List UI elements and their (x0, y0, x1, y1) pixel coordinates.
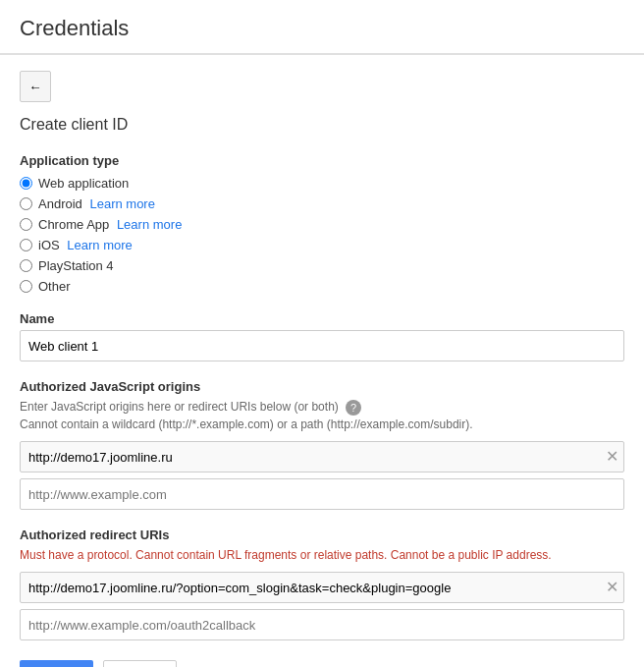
redirect-uris-input-wrapper: ✕ (20, 572, 624, 603)
redirect-uris-warning: Must have a protocol. Cannot contain URL… (20, 546, 624, 564)
radio-android[interactable]: Android Learn more (20, 196, 624, 211)
radio-web-application-label: Web application (38, 176, 129, 191)
name-label: Name (20, 311, 624, 326)
application-type-label: Application type (20, 153, 624, 168)
redirect-uris-new-input[interactable] (20, 609, 624, 640)
radio-other[interactable]: Other (20, 279, 624, 294)
radio-ios-label: iOS Learn more (38, 238, 133, 252)
radio-web-application-input[interactable] (20, 177, 32, 190)
js-origins-label: Authorized JavaScript origins (20, 379, 624, 394)
help-icon[interactable]: ? (346, 400, 361, 416)
main-content: ← Create client ID Application type Web … (0, 55, 644, 667)
redirect-uris-clear-button[interactable]: ✕ (606, 580, 618, 595)
back-button[interactable]: ← (20, 71, 51, 102)
redirect-uris-section: Authorized redirect URIs Must have a pro… (20, 528, 624, 640)
android-learn-more-link[interactable]: Learn more (89, 196, 154, 211)
radio-android-input[interactable] (20, 197, 32, 210)
js-origins-input-wrapper: ✕ (20, 441, 624, 472)
radio-playstation4[interactable]: PlayStation 4 (20, 258, 624, 273)
application-type-section: Application type Web application Android… (20, 153, 624, 294)
create-client-id-title: Create client ID (20, 116, 624, 134)
js-origins-new-input[interactable] (20, 478, 624, 510)
name-section: Name (20, 311, 624, 361)
radio-ios-input[interactable] (20, 239, 32, 251)
chrome-app-learn-more-link[interactable]: Learn more (117, 217, 182, 232)
radio-other-input[interactable] (20, 280, 32, 293)
radio-android-label: Android Learn more (38, 196, 155, 211)
name-input[interactable] (20, 330, 624, 361)
application-type-radio-group: Web application Android Learn more Chrom… (20, 176, 624, 294)
page-header: Credentials (0, 0, 644, 54)
radio-playstation4-input[interactable] (20, 259, 32, 272)
js-origins-clear-button[interactable]: ✕ (606, 449, 618, 465)
create-button[interactable]: Create (20, 660, 93, 667)
radio-other-label: Other (38, 279, 71, 294)
js-origins-section: Authorized JavaScript origins Enter Java… (20, 379, 624, 510)
redirect-uris-label: Authorized redirect URIs (20, 528, 624, 542)
radio-chrome-app[interactable]: Chrome App Learn more (20, 217, 624, 232)
ios-learn-more-link[interactable]: Learn more (67, 238, 132, 252)
js-origins-value-input[interactable] (20, 441, 624, 472)
radio-chrome-app-label: Chrome App Learn more (38, 217, 182, 232)
button-row: Create Cancel (20, 660, 624, 667)
cancel-button[interactable]: Cancel (103, 660, 176, 667)
radio-web-application[interactable]: Web application (20, 176, 624, 191)
back-arrow-icon: ← (28, 80, 41, 94)
radio-playstation4-label: PlayStation 4 (38, 258, 114, 273)
page-title: Credentials (20, 16, 624, 41)
radio-chrome-app-input[interactable] (20, 218, 32, 231)
js-origins-desc: Enter JavaScript origins here or redirec… (20, 398, 624, 433)
radio-ios[interactable]: iOS Learn more (20, 238, 624, 252)
redirect-uris-value-input[interactable] (20, 572, 624, 603)
